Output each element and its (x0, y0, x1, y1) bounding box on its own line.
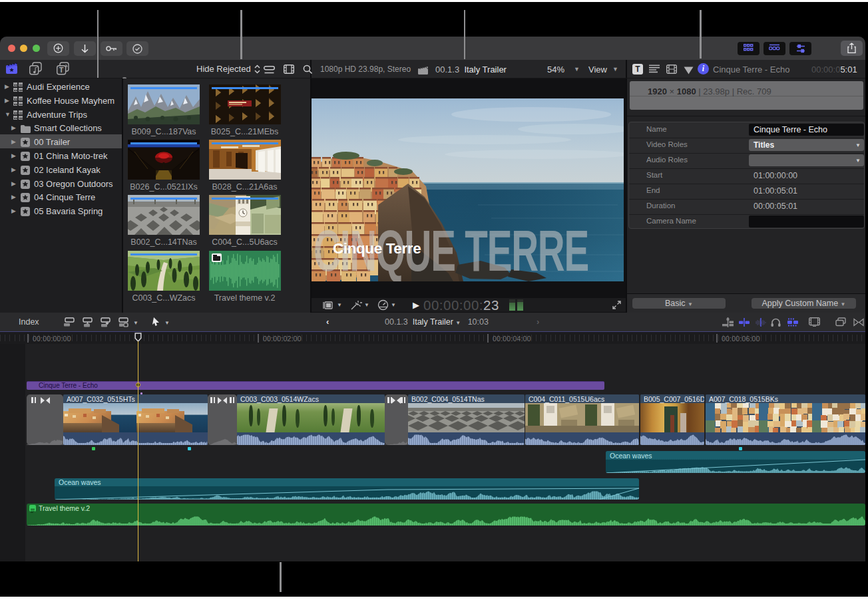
svg-text:Cinque Terre: Cinque Terre (333, 240, 421, 256)
svg-text:T: T (59, 66, 64, 74)
